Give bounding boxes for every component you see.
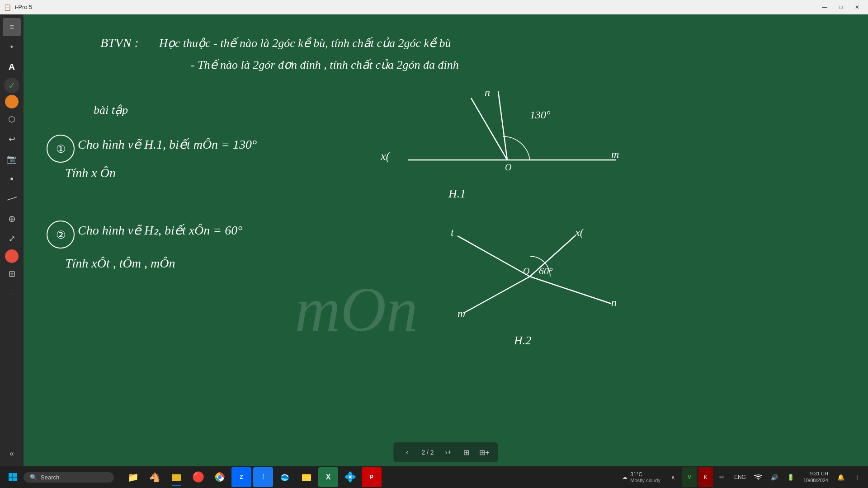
svg-line-8 <box>471 98 507 160</box>
pointer-button[interactable]: • <box>3 170 21 188</box>
effects-button[interactable]: ✦ <box>3 38 21 56</box>
show-desktop-button[interactable]: | <box>850 467 864 487</box>
red2-app-icon[interactable]: P <box>362 467 382 487</box>
eraser-button[interactable]: ⬡ <box>3 110 21 128</box>
clock-date: 10/08/2024 <box>803 477 828 484</box>
svg-rect-43 <box>302 475 311 481</box>
wifi-icon[interactable] <box>751 467 765 487</box>
folder-icon <box>171 472 182 483</box>
close-button[interactable]: ✕ <box>850 3 864 12</box>
record-button[interactable] <box>5 249 19 263</box>
svg-rect-37 <box>172 475 181 481</box>
blue-app-icon[interactable]: f <box>253 467 273 487</box>
camera-button[interactable]: 📷 <box>3 150 21 168</box>
menu-button[interactable]: ≡ <box>3 18 21 36</box>
maximize-button[interactable]: □ <box>834 3 848 12</box>
svg-text:x(: x( <box>575 226 585 238</box>
svg-text:Cho hình vẽ H₂, biết xÔn = 60°: Cho hình vẽ H₂, biết xÔn = 60° <box>78 223 242 237</box>
svg-text:Tính xÔt , tÔm , mÔn: Tính xÔt , tÔm , mÔn <box>65 256 175 270</box>
svg-text:- Thế nào là 2gór đơn đinh , t: - Thế nào là 2gór đơn đinh , tính chất c… <box>191 58 459 71</box>
svg-rect-32 <box>9 473 13 477</box>
svg-point-16 <box>47 221 74 248</box>
windows-logo-icon <box>8 473 17 482</box>
svg-text:①: ① <box>56 143 66 155</box>
red-app-icon[interactable]: 🔴 <box>188 467 208 487</box>
svg-text:H.2: H.2 <box>514 334 531 347</box>
svg-text:n: n <box>611 296 617 308</box>
blue2-app-icon[interactable]: 💠 <box>340 467 360 487</box>
collapse-button[interactable]: « <box>3 445 21 463</box>
svg-text:mOn: mOn <box>295 274 418 344</box>
zalo-app-icon[interactable]: Z <box>231 467 251 487</box>
search-bar[interactable]: 🔍 Search <box>24 472 114 483</box>
windows-button[interactable]: ⊞ <box>3 265 21 283</box>
grid-view-button[interactable]: ⊞ <box>459 445 474 460</box>
taskbar-right: ☁ 31°C Mostly cloudy ∧ V K ✏ ENG 🔊 🔋 9:3… <box>618 467 868 487</box>
file-explorer-app-icon[interactable]: 📁 <box>123 467 143 487</box>
battery-icon[interactable]: 🔋 <box>783 467 798 487</box>
clock-widget[interactable]: 9:31 CH 10/08/2024 <box>800 470 832 484</box>
taskbar-center: 📁 🐴 🔴 Z f <box>123 467 382 487</box>
edge-icon <box>279 472 290 483</box>
search-icon: 🔍 <box>30 474 37 481</box>
page-indicator: 2 / 2 <box>418 449 437 456</box>
app-title: i-Pro 5 <box>15 4 32 10</box>
titlebar: 📋 i-Pro 5 — □ ✕ <box>0 0 868 14</box>
check-button[interactable]: ✓ <box>4 78 19 93</box>
taskbar: 🔍 Search 📁 🐴 🔴 Z f <box>0 466 868 488</box>
k-icon[interactable]: K <box>698 467 713 487</box>
svg-text:130°: 130° <box>530 109 551 121</box>
btvn-title: BTVN : <box>100 36 139 50</box>
prev-page-button[interactable]: ‹ <box>400 445 414 460</box>
undo-button[interactable]: ↩ <box>3 130 21 148</box>
weather-icon: ☁ <box>622 474 627 480</box>
svg-text:m: m <box>611 148 619 160</box>
svg-text:60°: 60° <box>539 265 553 277</box>
pen-tray-icon[interactable]: ✏ <box>715 467 729 487</box>
system-tray-expand[interactable]: ∧ <box>666 467 680 487</box>
more-button[interactable]: ··· <box>3 285 21 303</box>
next-page-button[interactable]: ›+ <box>441 445 456 460</box>
horse-app-icon[interactable]: 🐴 <box>145 467 165 487</box>
titlebar-left: 📋 i-Pro 5 <box>4 4 32 11</box>
v-icon[interactable]: V <box>682 467 697 487</box>
chrome-icon <box>214 472 225 483</box>
excel-app-icon[interactable]: X <box>318 467 338 487</box>
folder2-icon <box>301 472 312 483</box>
svg-rect-33 <box>13 473 17 477</box>
zoom-in-button[interactable]: ⊕ <box>3 210 21 228</box>
svg-line-9 <box>498 91 507 160</box>
svg-text:O: O <box>523 266 529 276</box>
add-page-button[interactable]: ⊞+ <box>477 445 492 460</box>
lang-indicator[interactable]: ENG <box>731 467 749 487</box>
whiteboard: BTVN : Học thuộc - thế nào là 2góc kề bù… <box>24 14 868 466</box>
folder-app-icon[interactable] <box>166 467 186 487</box>
titlebar-controls: — □ ✕ <box>817 3 864 12</box>
svg-line-21 <box>530 236 575 277</box>
chrome-app-icon[interactable] <box>210 467 230 487</box>
notification-button[interactable]: 🔔 <box>834 467 848 487</box>
minimize-button[interactable]: — <box>817 3 832 12</box>
svg-text:Cho hình vẽ H.1, biết mÔn = 13: Cho hình vẽ H.1, biết mÔn = 130° <box>78 137 257 151</box>
start-button[interactable] <box>2 466 24 488</box>
text-button[interactable]: A <box>3 58 21 76</box>
left-toolbar: ≡ ✦ A ✓ ⬡ ↩ 📷 • ╱ ⊕ ⤢ ⊞ ··· « <box>0 14 24 466</box>
svg-rect-34 <box>9 478 13 482</box>
svg-text:O: O <box>505 162 511 172</box>
folder2-app-icon[interactable] <box>297 467 316 487</box>
svg-text:Tính x Ôn: Tính x Ôn <box>65 166 116 180</box>
temperature: 31°C <box>630 471 660 478</box>
search-label: Search <box>41 474 59 481</box>
svg-text:m: m <box>458 308 465 319</box>
svg-point-3 <box>47 135 74 162</box>
svg-line-22 <box>464 277 530 313</box>
volume-icon[interactable]: 🔊 <box>767 467 782 487</box>
edge-app-icon[interactable] <box>275 467 295 487</box>
svg-text:t: t <box>451 226 454 238</box>
svg-text:x(: x( <box>380 150 391 163</box>
wifi-signal-icon <box>754 474 762 480</box>
pen-button[interactable]: ╱ <box>0 186 24 212</box>
fullscreen-button[interactable]: ⤢ <box>3 230 21 248</box>
weather-widget[interactable]: ☁ 31°C Mostly cloudy <box>618 471 664 483</box>
color-orange-button[interactable] <box>5 95 19 108</box>
